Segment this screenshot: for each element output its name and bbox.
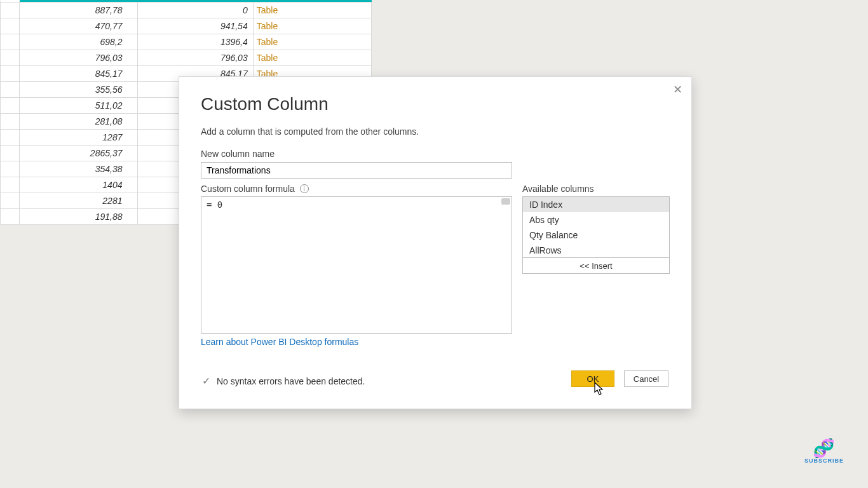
cell-value: 845,17	[20, 65, 138, 81]
cell-value: 1396,4	[138, 34, 253, 50]
formula-label-text: Custom column formula	[201, 184, 295, 194]
cell-value: 941,54	[138, 18, 253, 34]
row-gutter	[1, 65, 20, 81]
cell-table-link[interactable]: Table	[253, 18, 371, 34]
available-column-item[interactable]: Qty Balance	[523, 227, 669, 243]
info-icon[interactable]: i	[300, 184, 309, 193]
cell-value: 355,56	[20, 81, 138, 97]
cell-value: 1404	[20, 177, 138, 193]
row-gutter	[1, 113, 20, 129]
cell-table-link[interactable]: Table	[253, 34, 371, 50]
row-gutter	[1, 2, 20, 18]
close-icon: ✕	[673, 83, 682, 96]
cell-value: 281,08	[20, 113, 138, 129]
row-gutter	[1, 50, 20, 65]
row-gutter	[1, 129, 20, 145]
table-row[interactable]: 887,780Table	[1, 2, 372, 18]
available-column-item[interactable]: Abs qty	[523, 212, 669, 227]
cell-value: 0	[138, 2, 253, 18]
cell-value: 887,78	[20, 2, 138, 18]
row-gutter	[1, 193, 20, 208]
available-columns-label: Available columns	[522, 184, 594, 194]
available-columns-list: ID IndexAbs qtyQty BalanceAllRows	[522, 196, 670, 259]
cell-value: 191,88	[20, 208, 138, 224]
cell-value: 2865,37	[20, 145, 138, 161]
cell-value: 796,03	[20, 50, 138, 65]
row-gutter	[1, 161, 20, 177]
learn-formulas-link[interactable]: Learn about Power BI Desktop formulas	[201, 337, 358, 347]
cancel-button[interactable]: Cancel	[624, 370, 668, 387]
row-gutter	[1, 177, 20, 193]
cell-value: 796,03	[138, 50, 253, 65]
row-gutter	[1, 81, 20, 97]
close-button[interactable]: ✕	[671, 83, 684, 96]
formula-text: = 0	[207, 200, 222, 210]
syntax-status-text: No syntax errors have been detected.	[217, 376, 365, 386]
check-icon: ✓	[202, 375, 210, 387]
formula-label: Custom column formula i	[201, 184, 309, 194]
formula-editor[interactable]: = 0	[201, 196, 512, 334]
cell-value: 1287	[20, 129, 138, 145]
table-row[interactable]: 470,77941,54Table	[1, 18, 372, 34]
cell-value: 2281	[20, 193, 138, 208]
new-column-name-label: New column name	[201, 149, 275, 159]
available-column-item[interactable]: ID Index	[523, 197, 669, 212]
cell-value: 698,2	[20, 34, 138, 50]
cell-value: 470,77	[20, 18, 138, 34]
subscribe-label: SUBSCRIBE	[804, 458, 844, 464]
dna-icon: 🧬	[804, 440, 844, 458]
new-column-name-input[interactable]	[201, 162, 512, 179]
subscribe-badge[interactable]: 🧬 SUBSCRIBE	[804, 440, 844, 464]
dialog-subtitle: Add a column that is computed from the o…	[201, 126, 419, 137]
table-row[interactable]: 698,21396,4Table	[1, 34, 372, 50]
row-gutter	[1, 145, 20, 161]
cell-table-link[interactable]: Table	[253, 50, 371, 65]
syntax-status: ✓ No syntax errors have been detected.	[202, 375, 365, 387]
custom-column-dialog: ✕ Custom Column Add a column that is com…	[179, 76, 692, 409]
insert-button[interactable]: << Insert	[522, 257, 670, 274]
scrollbar-thumb[interactable]	[501, 198, 510, 205]
dialog-title: Custom Column	[201, 94, 329, 114]
cell-table-link[interactable]: Table	[253, 2, 371, 18]
available-column-item[interactable]: AllRows	[523, 243, 669, 258]
cell-value: 354,38	[20, 161, 138, 177]
row-gutter	[1, 208, 20, 224]
row-gutter	[1, 97, 20, 113]
row-gutter	[1, 34, 20, 50]
table-row[interactable]: 796,03796,03Table	[1, 50, 372, 65]
row-gutter	[1, 18, 20, 34]
cell-value: 511,02	[20, 97, 138, 113]
ok-button[interactable]: OK	[571, 370, 614, 387]
